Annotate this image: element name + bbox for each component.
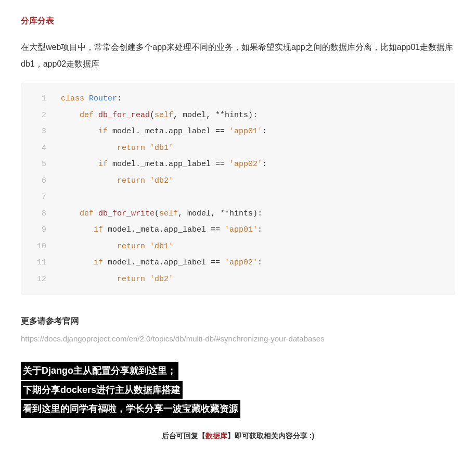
footer-note: 后台可回复【数据库】即可获取相关内容分享 :) [21,431,455,441]
code-line: 1class Router: [21,91,455,107]
code-content: def db_for_write(self, model, **hints): [61,206,262,222]
highlight-line: 下期分享dockers进行主从数据库搭建 [21,381,183,399]
line-number: 2 [32,107,46,124]
line-number: 9 [32,222,46,238]
code-line: 12 return 'db2' [21,271,455,288]
code-content: if model._meta.app_label == 'app01': [61,222,262,238]
code-line: 4 return 'db1' [21,140,455,157]
intro-paragraph: 在大型web项目中，常常会创建多个app来处理不同的业务，如果希望实现app之间… [21,39,455,72]
line-number: 8 [32,206,46,222]
code-line: 7 [21,189,455,206]
line-number: 11 [32,255,46,271]
reference-url[interactable]: https://docs.djangoproject.com/en/2.0/to… [21,334,455,343]
highlight-block: 关于Django主从配置分享就到这里；下期分享dockers进行主从数据库搭建看… [21,362,455,419]
line-number: 3 [32,123,46,140]
footer-prefix: 后台可回复【 [162,431,205,440]
sub-heading: 更多请参考官网 [21,316,455,327]
highlight-line: 关于Django主从配置分享就到这里； [21,362,178,380]
line-number: 7 [32,189,46,206]
code-line: 3 if model._meta.app_label == 'app01': [21,123,455,140]
line-number: 1 [32,91,46,107]
code-block: 1class Router:2 def db_for_read(self, mo… [21,83,455,295]
line-number: 6 [32,173,46,189]
code-line: 9 if model._meta.app_label == 'app01': [21,222,455,238]
code-content: if model._meta.app_label == 'app02': [61,156,267,173]
code-line: 6 return 'db2' [21,173,455,189]
code-content: if model._meta.app_label == 'app02': [61,255,262,271]
code-line: 8 def db_for_write(self, model, **hints)… [21,206,455,222]
code-content: def db_for_read(self, model, **hints): [61,107,258,124]
footer-keyword: 数据库 [205,431,227,440]
code-line: 11 if model._meta.app_label == 'app02': [21,255,455,271]
code-line: 2 def db_for_read(self, model, **hints): [21,107,455,124]
line-number: 12 [32,271,46,288]
code-line: 5 if model._meta.app_label == 'app02': [21,156,455,173]
code-content: class Router: [61,91,122,107]
highlight-line: 看到这里的同学有福啦，学长分享一波宝藏收藏资源 [21,400,240,418]
code-content: if model._meta.app_label == 'app01': [61,123,267,140]
code-content: return 'db1' [61,140,173,157]
footer-suffix: 】即可获取相关内容分享 :) [227,431,314,440]
code-content: return 'db2' [61,271,173,288]
line-number: 5 [32,156,46,173]
section-heading: 分库分表 [21,16,455,27]
line-number: 10 [32,238,46,255]
line-number: 4 [32,140,46,157]
code-content: return 'db1' [61,238,173,255]
code-content: return 'db2' [61,173,173,189]
code-line: 10 return 'db1' [21,238,455,255]
